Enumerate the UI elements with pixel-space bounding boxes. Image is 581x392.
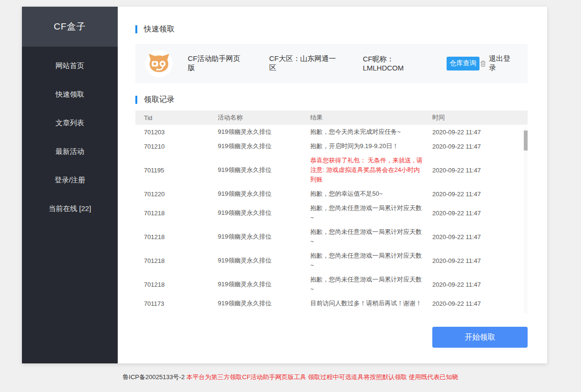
section-accent-bar [135,96,137,104]
logout-button[interactable]: 退出登录 [479,54,517,72]
cell-result: 抱歉，您的幸运值不足50~ [302,187,424,201]
cell-time: 2020-09-22 11:47 [424,191,528,198]
cell-activity-name: 919领幽灵永久排位 [209,142,302,151]
section-quick-claim-label: 快速领取 [144,24,174,34]
cell-time: 2020-09-22 11:47 [424,210,528,217]
sidebar-item-quick-claim[interactable]: 快速领取 [22,80,118,109]
table-row: 701173 919领幽灵永久排位 目前访问人数过多！请稍后再试！谢谢！ 202… [135,296,528,311]
table-row: 701218 919领幽灵永久排位 抱歉，您尚未任意游戏一局累计对应天数~ 20… [135,272,528,296]
table-row: 701218 919领幽灵永久排位 抱歉，您尚未任意游戏一局累计对应天数~ 20… [135,249,528,272]
table-header-row: Tid 活动名称 结果 时间 [135,111,528,125]
table-row: 701218 919领幽灵永久排位 抱歉，您尚未任意游戏一局累计对应天数~ 20… [135,225,528,249]
table-row: 701218 919领幽灵永久排位 抱歉，您尚未任意游戏一局累计对应天数~ 20… [135,311,528,314]
cell-time: 2020-09-22 11:47 [424,300,528,307]
table-row: 701220 919领幽灵永久排位 抱歉，您的幸运值不足50~ 2020-09-… [135,187,528,201]
cell-tid: 701203 [135,129,209,136]
cell-result: 抱歉，您尚未任意游戏一局累计对应天数~ [302,201,424,225]
table-row: 701218 919领幽灵永久排位 抱歉，您尚未任意游戏一局累计对应天数~ 20… [135,201,528,225]
sidebar: CF盒子 网站首页 快速领取 文章列表 最新活动 登录/注册 当前在线 [22] [22,7,118,363]
section-quick-claim: 快速领取 [135,25,528,33]
cell-tid: 701210 [135,143,209,150]
cell-result: 抱歉，您尚未任意游戏一局累计对应天数~ [302,311,424,314]
header-time: 时间 [424,113,528,122]
sidebar-item-online-count[interactable]: 当前在线 [22] [22,194,118,223]
cell-tid: 701218 [135,210,209,217]
sidebar-item-articles[interactable]: 文章列表 [22,109,118,137]
table-row: 701210 919领幽灵永久排位 抱歉，开启时间为9.19-9.20日！ 20… [135,139,528,153]
cell-activity-name: 919领幽灵永久排位 [209,232,302,241]
cell-time: 2020-09-22 11:47 [424,143,528,150]
cell-result: 目前访问人数过多！请稍后再试！谢谢！ [302,296,424,311]
header-result: 结果 [302,111,424,125]
cell-tid: 701218 [135,233,209,241]
page-footer: 鲁ICP备20025133号-2 本平台为第三方领取CF活动助手网页版工具 领取… [0,373,581,382]
trash-icon [479,60,487,67]
cell-result: 抱歉，您今天尚未完成对应任务~ [302,125,424,139]
section-accent-bar [135,25,137,33]
sidebar-menu: 网站首页 快速领取 文章列表 最新活动 登录/注册 当前在线 [22] [22,47,118,223]
cell-tid: 701218 [135,257,209,264]
cell-time: 2020-09-22 11:47 [424,167,528,174]
header-tid: Tid [135,114,209,121]
cell-activity-name: 919领幽灵永久排位 [209,209,302,217]
header-activity: 活动名称 [209,113,302,122]
cell-activity-name: 919领幽灵永久排位 [209,280,302,289]
warehouse-query-button[interactable]: 仓库查询 [447,57,479,70]
cell-tid: 701218 [135,281,209,288]
cell-result: 抱歉，您尚未任意游戏一局累计对应天数~ [302,225,424,249]
app-window: CF盒子 网站首页 快速领取 文章列表 最新活动 登录/注册 当前在线 [22]… [22,7,547,363]
sidebar-item-login-register[interactable]: 登录/注册 [22,166,118,194]
claim-records-table: Tid 活动名称 结果 时间 701203 919领幽灵永久排位 抱歉，您今天尚… [135,111,528,314]
table-body: 701203 919领幽灵永久排位 抱歉，您今天尚未完成对应任务~ 2020-0… [135,125,528,314]
cell-tid: 701173 [135,300,209,307]
main-content: 快速领取 CF活动助手网页版 CF大区：山东网通 [118,7,547,363]
cat-mascot-icon [145,50,173,77]
app-logo-title: CF盒子 [22,7,118,47]
cell-tid: 701195 [135,167,209,174]
cell-time: 2020-09-22 11:47 [424,129,528,136]
icp-record-number: 鲁ICP备20025133号-2 [122,373,184,381]
cell-result: 抱歉，您尚未任意游戏一局累计对应天数~ [302,249,424,272]
cell-activity-name: 919领幽灵永久排位 [209,299,302,308]
cell-result: 抱歉，开启时间为9.19-9.20日！ [302,139,424,153]
cell-result: 恭喜您获得了礼包： 无条件，来就送 , 请注意: 游戏虚拟道具奖品将会在24小时… [302,153,424,187]
section-claim-records: 领取记录 [135,95,528,104]
table-row: 701203 919领幽灵永久排位 抱歉，您今天尚未完成对应任务~ 2020-0… [135,125,528,139]
cell-time: 2020-09-22 11:47 [424,257,528,264]
table-scrollbar-thumb[interactable] [524,131,528,151]
cell-activity-name: 919领幽灵永久排位 [209,128,302,136]
sidebar-item-home[interactable]: 网站首页 [22,51,118,80]
table-scrollbar-track[interactable] [524,128,528,314]
start-claim-button[interactable]: 开始领取 [432,327,528,348]
logout-label: 退出登录 [489,54,517,72]
platform-name: CF活动助手网页版 [188,54,247,72]
footer-disclaimer: 本平台为第三方领取CF活动助手网页版工具 领取过程中可选道具将按照默认领取 使用… [186,373,459,381]
cell-activity-name: 919领幽灵永久排位 [209,166,302,174]
section-claim-records-label: 领取记录 [144,95,174,105]
cell-activity-name: 919领幽灵永久排位 [209,256,302,265]
cell-time: 2020-09-22 11:47 [424,233,528,241]
cell-activity-name: 919领幽灵永久排位 [209,190,302,198]
start-claim-row: 开始领取 [135,327,528,348]
cell-time: 2020-09-22 11:47 [424,281,528,288]
cell-result: 抱歉，您尚未任意游戏一局累计对应天数~ [302,272,424,296]
sidebar-item-latest-activities[interactable]: 最新活动 [22,137,118,166]
cell-tid: 701220 [135,191,209,198]
game-nickname: CF昵称：LMLHDCOM [363,55,434,72]
table-row: 701195 919领幽灵永久排位 恭喜您获得了礼包： 无条件，来就送 , 请注… [135,153,528,187]
game-region: CF大区：山东网通一区 [269,54,342,72]
user-info-card: CF活动助手网页版 CF大区：山东网通一区 CF昵称：LMLHDCOM 仓库查询… [135,44,528,83]
